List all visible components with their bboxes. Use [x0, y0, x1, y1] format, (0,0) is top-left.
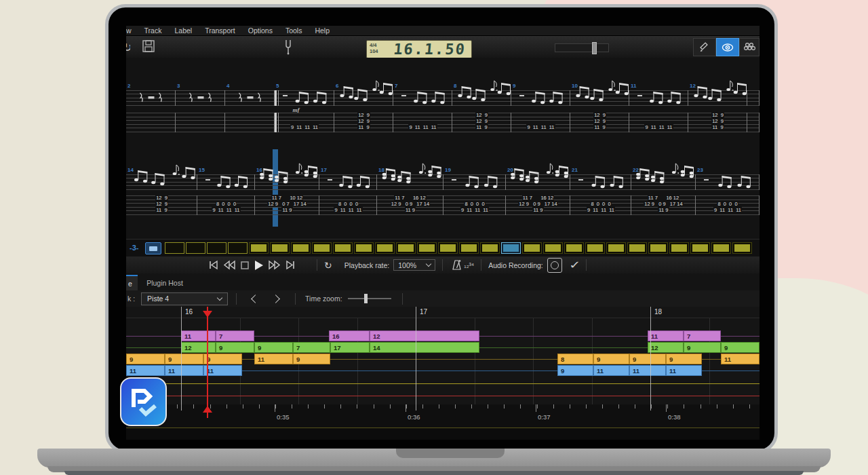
score-measure-4[interactable]: 4 — [225, 71, 275, 105]
measure-block-27-filled[interactable] — [711, 242, 731, 254]
measure-block-1-empty[interactable] — [165, 242, 184, 254]
tab-measure-16[interactable]: 11 7 10 1212 9 0 7 17 1411 9 — [255, 195, 319, 215]
tab-measure-21[interactable]: 8 0 0 09 11 11 11 — [570, 195, 631, 215]
mixer-button[interactable] — [739, 38, 760, 56]
measure-block-7-filled[interactable] — [291, 242, 311, 254]
tab-measure-4[interactable] — [225, 113, 275, 132]
note-block-blue-11[interactable]: 11 — [593, 365, 629, 376]
tab-measure-22[interactable]: 11 7 16 1212 9 0 9 17 1411 9 — [631, 195, 696, 215]
tuning-fork-button[interactable] — [283, 39, 293, 58]
score-measure-14[interactable]: 14 — [126, 155, 197, 189]
tab-measure-23[interactable]: 8 0 0 09 11 11 11 — [696, 195, 760, 215]
score-measure-3[interactable]: 3 — [176, 71, 225, 105]
measure-block-2-empty[interactable] — [186, 242, 205, 254]
confirm-recording-button[interactable]: ✓ — [569, 259, 580, 271]
measure-block-10-filled[interactable] — [354, 242, 374, 254]
note-block-green-9[interactable]: 9 — [254, 342, 293, 353]
play-button[interactable] — [254, 260, 264, 271]
score-measure-16[interactable]: 16 — [255, 155, 319, 189]
measure-block-8-filled[interactable] — [312, 242, 332, 254]
note-block-green-9[interactable]: 9 — [721, 342, 760, 353]
measure-block-24-filled[interactable] — [648, 242, 668, 254]
tab-measure-17[interactable]: 8 0 0 09 11 11 11 — [319, 195, 377, 215]
score-measure-11[interactable]: 11 — [629, 71, 688, 105]
note-block-purple-16[interactable]: 16 — [329, 330, 370, 341]
note-block-orange-9[interactable]: 9 — [203, 354, 242, 364]
note-block-purple-7[interactable]: 7 — [684, 330, 721, 341]
score-measure-17[interactable]: 17 — [319, 155, 377, 189]
tab-measure-7[interactable]: 9 11 11 11 — [393, 113, 452, 132]
volume-slider[interactable] — [555, 43, 609, 52]
rewind-button[interactable] — [223, 260, 236, 270]
note-block-orange-8[interactable]: 8 — [557, 354, 593, 364]
fast-forward-button[interactable] — [268, 260, 281, 270]
edit-mode-button[interactable] — [693, 38, 716, 56]
tab-measure-18[interactable]: 11 7 16 1212 9 0 9 17 1411 9 — [377, 195, 443, 215]
measure-block-28-filled[interactable] — [732, 242, 752, 254]
note-block-green-7[interactable]: 7 — [293, 342, 330, 353]
note-block-green-9[interactable]: 9 — [684, 342, 721, 353]
stop-button[interactable] — [240, 261, 250, 270]
tab-measure-14[interactable]: 12 912 911 9 — [126, 195, 197, 215]
note-block-green-12[interactable]: 12 — [181, 342, 216, 353]
cursor-arrow-bottom[interactable] — [203, 406, 212, 413]
skip-end-button[interactable] — [285, 260, 296, 270]
score-measure-19[interactable]: 19 — [443, 155, 506, 189]
note-block-blue-9[interactable]: 9 — [557, 365, 593, 376]
note-block-purple-11[interactable]: 11 — [648, 330, 684, 341]
note-block-orange-11[interactable]: 11 — [721, 354, 760, 364]
next-measure-button[interactable] — [267, 296, 283, 302]
note-block-green-14[interactable]: 14 — [370, 342, 479, 353]
measure-block-21-filled[interactable] — [585, 242, 605, 254]
menu-item-label[interactable]: Label — [174, 26, 192, 35]
measure-block-18-filled[interactable] — [522, 242, 542, 254]
measure-block-6-filled[interactable] — [270, 242, 290, 254]
note-block-blue-11[interactable]: 11 — [165, 365, 203, 376]
prev-measure-button[interactable] — [247, 296, 263, 302]
menu-item-transport[interactable]: Transport — [205, 26, 235, 35]
note-block-orange-9[interactable]: 9 — [593, 354, 629, 364]
measure-block-13-filled[interactable] — [417, 242, 437, 254]
tab-measure-10[interactable]: 12 912 911 9 — [570, 113, 629, 132]
undo-icon[interactable]: ↻ — [126, 40, 130, 55]
score-measure-13[interactable] — [747, 71, 760, 105]
score-measure-2[interactable]: 2 — [126, 71, 176, 105]
measure-block-20-filled[interactable] — [564, 242, 584, 254]
playback-cursor-roll[interactable] — [207, 307, 208, 404]
note-block-orange-9[interactable]: 9 — [629, 354, 666, 364]
measure-block-15-filled[interactable] — [459, 242, 479, 254]
note-block-orange-9[interactable]: 9 — [666, 354, 702, 364]
measure-block-26-filled[interactable] — [690, 242, 710, 254]
tab-measure-6[interactable]: 12 912 911 9 — [334, 113, 393, 132]
tab-measure-5[interactable]: 9 11 11 11 — [275, 113, 334, 132]
score-measure-15[interactable]: 15 — [197, 155, 255, 189]
time-zoom-thumb[interactable] — [364, 294, 368, 303]
score-measure-12[interactable]: 12 — [688, 71, 747, 105]
note-block-blue-11[interactable]: 11 — [629, 365, 666, 376]
note-block-purple-7[interactable]: 7 — [216, 330, 254, 341]
note-block-purple-12[interactable]: 12 — [370, 330, 479, 341]
skip-start-button[interactable] — [208, 260, 219, 270]
tab-measure-13[interactable] — [747, 113, 760, 132]
measure-block-4-empty[interactable] — [228, 242, 248, 254]
menu-item-tools[interactable]: Tools — [285, 26, 302, 35]
measure-block-5-filled[interactable] — [249, 242, 269, 254]
measure-block-11-filled[interactable] — [375, 242, 395, 254]
tab-measure-9[interactable]: 9 11 11 11 — [511, 113, 570, 132]
measure-block-9-filled[interactable] — [333, 242, 353, 254]
score-measure-5[interactable]: 5 mf — [275, 71, 334, 105]
tab-measure-8[interactable]: 12 912 911 9 — [452, 113, 511, 132]
measure-block-23-filled[interactable] — [627, 242, 647, 254]
score-measure-9[interactable]: 9 — [511, 71, 570, 105]
note-block-green-9[interactable]: 9 — [216, 342, 254, 353]
time-zoom-slider[interactable] — [348, 298, 391, 299]
score-measure-22[interactable]: 22 — [631, 155, 696, 189]
tab-measure-2[interactable] — [126, 113, 176, 132]
score-measure-23[interactable]: 23 — [696, 155, 760, 189]
tab-plugin-host[interactable]: Plugin Host — [138, 275, 192, 290]
score-measure-21[interactable]: 21 — [570, 155, 631, 189]
tab-measure-11[interactable]: 9 11 11 11 — [629, 113, 688, 132]
note-block-orange-9[interactable]: 9 — [126, 354, 165, 364]
note-block-blue-11[interactable]: 11 — [126, 365, 165, 376]
loop-button[interactable]: ↻ — [324, 260, 332, 271]
